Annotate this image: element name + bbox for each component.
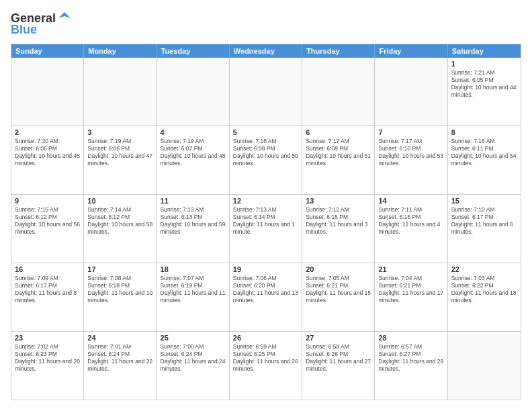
cal-cell: 28Sunrise: 6:57 AM Sunset: 6:27 PM Dayli… <box>375 332 447 400</box>
cal-cell: 10Sunrise: 7:14 AM Sunset: 6:12 PM Dayli… <box>84 195 157 263</box>
logo-blue-text: Blue <box>11 23 37 37</box>
cal-week-4: 23Sunrise: 7:02 AM Sunset: 6:23 PM Dayli… <box>11 331 521 400</box>
day-number: 18 <box>161 265 226 273</box>
cal-header-monday: Monday <box>84 44 157 58</box>
cal-cell: 13Sunrise: 7:12 AM Sunset: 6:15 PM Dayli… <box>302 195 375 263</box>
header: General Blue <box>11 11 521 37</box>
day-info: Sunrise: 7:07 AM Sunset: 6:19 PM Dayligh… <box>161 275 226 304</box>
day-number: 23 <box>15 334 80 342</box>
cal-cell: 12Sunrise: 7:13 AM Sunset: 6:14 PM Dayli… <box>230 195 302 263</box>
day-number: 20 <box>306 265 371 273</box>
day-info: Sunrise: 7:17 AM Sunset: 6:10 PM Dayligh… <box>378 138 443 167</box>
day-info: Sunrise: 6:57 AM Sunset: 6:27 PM Dayligh… <box>378 343 443 373</box>
day-info: Sunrise: 7:17 AM Sunset: 6:09 PM Dayligh… <box>306 138 371 167</box>
cal-cell <box>11 58 84 126</box>
day-number: 1 <box>451 60 517 68</box>
cal-cell: 22Sunrise: 7:03 AM Sunset: 6:22 PM Dayli… <box>448 263 521 331</box>
calendar-body: 1Sunrise: 7:21 AM Sunset: 6:05 PM Daylig… <box>11 58 521 400</box>
day-number: 10 <box>87 197 152 205</box>
day-number: 13 <box>306 197 371 205</box>
day-info: Sunrise: 7:08 AM Sunset: 6:18 PM Dayligh… <box>87 275 152 304</box>
cal-cell: 14Sunrise: 7:11 AM Sunset: 6:16 PM Dayli… <box>375 195 447 263</box>
calendar: SundayMondayTuesdayWednesdayThursdayFrid… <box>11 44 521 400</box>
cal-cell <box>157 58 230 126</box>
day-info: Sunrise: 7:06 AM Sunset: 6:20 PM Dayligh… <box>233 275 298 304</box>
day-info: Sunrise: 7:20 AM Sunset: 6:06 PM Dayligh… <box>15 138 80 167</box>
cal-week-1: 2Sunrise: 7:20 AM Sunset: 6:06 PM Daylig… <box>11 126 521 194</box>
cal-cell: 3Sunrise: 7:19 AM Sunset: 6:06 PM Daylig… <box>84 126 157 194</box>
cal-cell: 4Sunrise: 7:19 AM Sunset: 6:07 PM Daylig… <box>157 126 230 194</box>
cal-cell: 20Sunrise: 7:05 AM Sunset: 6:21 PM Dayli… <box>302 263 375 331</box>
cal-cell: 9Sunrise: 7:15 AM Sunset: 6:12 PM Daylig… <box>11 195 84 263</box>
cal-header-tuesday: Tuesday <box>157 44 230 58</box>
day-info: Sunrise: 7:12 AM Sunset: 6:15 PM Dayligh… <box>306 206 371 236</box>
cal-cell <box>448 332 521 400</box>
cal-header-saturday: Saturday <box>448 44 521 58</box>
cal-cell: 8Sunrise: 7:16 AM Sunset: 6:11 PM Daylig… <box>448 126 521 194</box>
day-number: 6 <box>306 128 371 136</box>
cal-cell: 1Sunrise: 7:21 AM Sunset: 6:05 PM Daylig… <box>448 58 521 126</box>
day-info: Sunrise: 7:10 AM Sunset: 6:17 PM Dayligh… <box>451 206 517 236</box>
day-number: 5 <box>233 128 298 136</box>
calendar-header: SundayMondayTuesdayWednesdayThursdayFrid… <box>11 44 521 58</box>
logo-flag-icon <box>57 11 72 26</box>
day-info: Sunrise: 6:58 AM Sunset: 6:26 PM Dayligh… <box>306 343 371 373</box>
cal-cell <box>230 58 302 126</box>
cal-cell: 24Sunrise: 7:01 AM Sunset: 6:24 PM Dayli… <box>84 332 157 400</box>
cal-cell <box>84 58 157 126</box>
cal-cell: 5Sunrise: 7:18 AM Sunset: 6:08 PM Daylig… <box>230 126 302 194</box>
cal-cell: 7Sunrise: 7:17 AM Sunset: 6:10 PM Daylig… <box>375 126 447 194</box>
cal-cell: 16Sunrise: 7:09 AM Sunset: 6:17 PM Dayli… <box>11 263 84 331</box>
day-number: 9 <box>15 197 80 205</box>
day-info: Sunrise: 7:05 AM Sunset: 6:21 PM Dayligh… <box>306 275 371 304</box>
cal-cell: 15Sunrise: 7:10 AM Sunset: 6:17 PM Dayli… <box>448 195 521 263</box>
day-number: 25 <box>161 334 226 342</box>
day-number: 11 <box>161 197 226 205</box>
day-number: 21 <box>378 265 443 273</box>
day-number: 2 <box>15 128 80 136</box>
day-number: 4 <box>161 128 226 136</box>
cal-cell <box>375 58 447 126</box>
page: General Blue SundayMondayTuesdayWednesda… <box>0 0 532 411</box>
cal-header-wednesday: Wednesday <box>230 44 302 58</box>
day-info: Sunrise: 7:04 AM Sunset: 6:21 PM Dayligh… <box>378 275 443 304</box>
day-info: Sunrise: 7:19 AM Sunset: 6:07 PM Dayligh… <box>161 138 226 167</box>
cal-cell: 25Sunrise: 7:00 AM Sunset: 6:24 PM Dayli… <box>157 332 230 400</box>
cal-cell: 6Sunrise: 7:17 AM Sunset: 6:09 PM Daylig… <box>302 126 375 194</box>
cal-cell: 19Sunrise: 7:06 AM Sunset: 6:20 PM Dayli… <box>230 263 302 331</box>
cal-header-thursday: Thursday <box>302 44 375 58</box>
cal-week-3: 16Sunrise: 7:09 AM Sunset: 6:17 PM Dayli… <box>11 263 521 331</box>
cal-cell: 11Sunrise: 7:13 AM Sunset: 6:13 PM Dayli… <box>157 195 230 263</box>
cal-header-sunday: Sunday <box>11 44 84 58</box>
cal-cell: 21Sunrise: 7:04 AM Sunset: 6:21 PM Dayli… <box>375 263 447 331</box>
cal-cell: 17Sunrise: 7:08 AM Sunset: 6:18 PM Dayli… <box>84 263 157 331</box>
day-info: Sunrise: 7:03 AM Sunset: 6:22 PM Dayligh… <box>451 275 517 304</box>
cal-header-friday: Friday <box>375 44 447 58</box>
cal-cell: 23Sunrise: 7:02 AM Sunset: 6:23 PM Dayli… <box>11 332 84 400</box>
day-info: Sunrise: 7:16 AM Sunset: 6:11 PM Dayligh… <box>451 138 517 167</box>
logo: General Blue <box>11 11 72 37</box>
cal-week-0: 1Sunrise: 7:21 AM Sunset: 6:05 PM Daylig… <box>11 58 521 126</box>
cal-cell: 18Sunrise: 7:07 AM Sunset: 6:19 PM Dayli… <box>157 263 230 331</box>
cal-week-2: 9Sunrise: 7:15 AM Sunset: 6:12 PM Daylig… <box>11 194 521 263</box>
cal-cell: 2Sunrise: 7:20 AM Sunset: 6:06 PM Daylig… <box>11 126 84 194</box>
cal-cell: 27Sunrise: 6:58 AM Sunset: 6:26 PM Dayli… <box>302 332 375 400</box>
day-number: 24 <box>87 334 152 342</box>
day-info: Sunrise: 7:13 AM Sunset: 6:13 PM Dayligh… <box>161 206 226 236</box>
day-number: 22 <box>451 265 517 273</box>
day-info: Sunrise: 7:02 AM Sunset: 6:23 PM Dayligh… <box>15 343 80 373</box>
day-info: Sunrise: 7:18 AM Sunset: 6:08 PM Dayligh… <box>233 138 298 167</box>
day-number: 12 <box>233 197 298 205</box>
day-info: Sunrise: 7:15 AM Sunset: 6:12 PM Dayligh… <box>15 206 80 236</box>
day-number: 15 <box>451 197 517 205</box>
day-number: 28 <box>378 334 443 342</box>
day-info: Sunrise: 7:11 AM Sunset: 6:16 PM Dayligh… <box>378 206 443 236</box>
day-info: Sunrise: 7:09 AM Sunset: 6:17 PM Dayligh… <box>15 275 80 304</box>
day-number: 19 <box>233 265 298 273</box>
day-info: Sunrise: 7:21 AM Sunset: 6:05 PM Dayligh… <box>451 69 517 99</box>
cal-cell: 26Sunrise: 6:59 AM Sunset: 6:25 PM Dayli… <box>230 332 302 400</box>
day-number: 26 <box>233 334 298 342</box>
day-number: 7 <box>378 128 443 136</box>
day-info: Sunrise: 7:13 AM Sunset: 6:14 PM Dayligh… <box>233 206 298 236</box>
day-info: Sunrise: 7:19 AM Sunset: 6:06 PM Dayligh… <box>87 138 152 167</box>
